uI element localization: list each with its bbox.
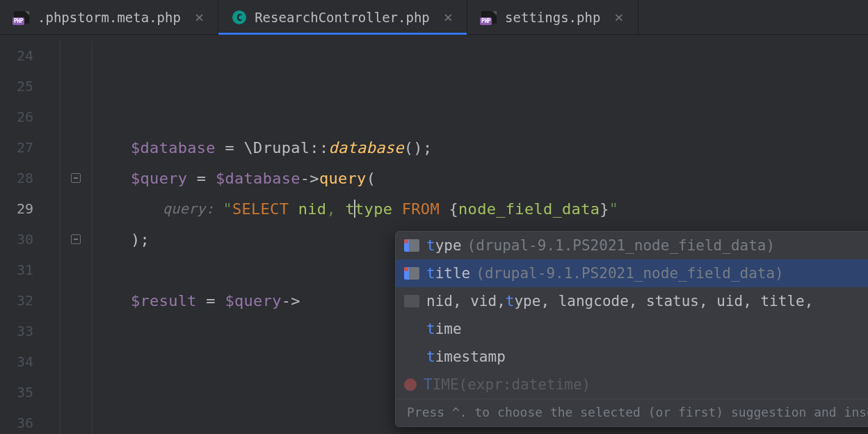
line-number-26[interactable]: 26 — [0, 102, 54, 132]
class-file-icon: C — [232, 10, 246, 24]
code-line-27[interactable]: $database = \Drupal::database(); — [67, 132, 868, 163]
column-icon — [404, 239, 419, 252]
tab-settings[interactable]: settings.php × — [467, 0, 638, 34]
code-line-28[interactable]: $query = $database->query( — [67, 163, 868, 193]
blank-icon — [404, 323, 419, 335]
completion-item-title[interactable]: title(drupal-9.1.PS2021_node_field_data) — [396, 259, 868, 287]
close-icon[interactable]: × — [614, 10, 623, 25]
function-icon — [404, 378, 417, 391]
tab-label: ResearchController.php — [255, 10, 430, 25]
line-number-28[interactable]: 28 — [0, 163, 54, 193]
completion-item-timestamp[interactable]: timestamp — [396, 343, 868, 371]
line-number-35[interactable]: 35 — [0, 377, 54, 408]
code-line-24[interactable] — [67, 40, 868, 71]
completion-item-time[interactable]: time — [396, 315, 868, 343]
line-number-27[interactable]: 27 — [0, 132, 54, 163]
close-icon[interactable]: × — [444, 10, 453, 25]
tab-research-controller[interactable]: C ResearchController.php × — [218, 0, 467, 34]
tab-label: settings.php — [505, 10, 600, 25]
gutter: 24252627282930313233343536 — [0, 35, 54, 434]
line-number-25[interactable]: 25 — [0, 71, 54, 102]
line-number-36[interactable]: 36 — [0, 408, 54, 434]
blank-icon — [404, 351, 419, 363]
line-number-31[interactable]: 31 — [0, 255, 54, 285]
code-editor[interactable]: 24252627282930313233343536 $database = \… — [0, 35, 868, 434]
code-area[interactable]: $database = \Drupal::database(); $query … — [54, 35, 868, 434]
column-icon — [404, 267, 419, 280]
column-icon — [404, 295, 419, 307]
completion-item-columns[interactable]: nid, vid, type, langcode, status, uid, t… — [396, 287, 868, 315]
code-line-25[interactable] — [67, 71, 868, 102]
popup-hint: Press ^. to choose the selected (or firs… — [396, 399, 868, 426]
line-number-29[interactable]: 29 — [0, 193, 54, 224]
close-icon[interactable]: × — [195, 10, 204, 25]
php-file-icon — [14, 11, 29, 24]
code-line-29[interactable]: query: "SELECT nid, ttype FROM {node_fie… — [67, 193, 868, 224]
php-file-icon — [481, 11, 497, 24]
code-line-26[interactable] — [67, 102, 868, 132]
tab-phpstorm-meta[interactable]: .phpstorm.meta.php × — [0, 0, 218, 34]
line-number-33[interactable]: 33 — [0, 316, 54, 346]
line-number-30[interactable]: 30 — [0, 224, 54, 255]
tab-label: .phpstorm.meta.php — [38, 10, 181, 25]
editor-tabs: .phpstorm.meta.php × C ResearchControlle… — [0, 0, 868, 35]
autocomplete-popup: type(drupal-9.1.PS2021_node_field_data) … — [395, 231, 868, 427]
line-number-32[interactable]: 32 — [0, 285, 54, 316]
line-number-34[interactable]: 34 — [0, 346, 54, 377]
line-number-24[interactable]: 24 — [0, 40, 54, 71]
completion-item-type[interactable]: type(drupal-9.1.PS2021_node_field_data) — [396, 232, 868, 259]
completion-item-time-func[interactable]: TIME(expr:datetime) — [396, 371, 868, 399]
